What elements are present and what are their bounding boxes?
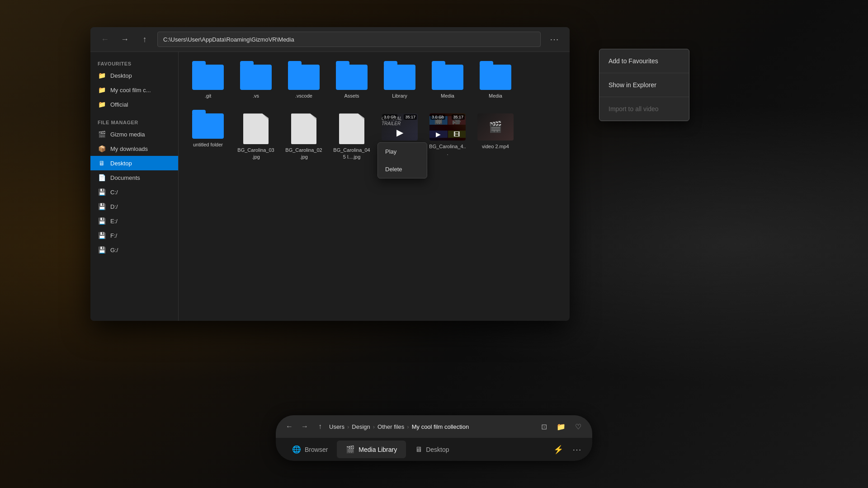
sidebar-label-documents: Documents — [110, 174, 140, 181]
browser-icon: 🌐 — [292, 445, 301, 454]
file-bgcarolina4-thumbnail: 🎬 🎥 ▶ 🎞 3.0 Gb 35:17 — [429, 113, 466, 141]
file-bg049-size: 3.0 Gb — [382, 114, 397, 120]
taskbar-more-button[interactable]: ⋯ — [569, 441, 585, 458]
desktop-tab-icon: 🖥 — [415, 446, 422, 454]
taskbar-tab-media-library[interactable]: 🎬 Media Library — [337, 441, 406, 458]
file-video2-label: video 2.mp4 — [482, 143, 509, 150]
sidebar-item-my-cool-film[interactable]: 📁 My cool film c... — [90, 83, 178, 97]
bc-folder-button[interactable]: 📁 — [554, 420, 568, 433]
sidebar-item-d-drive[interactable]: 💾 D:/ — [90, 199, 178, 214]
file-bg03-icon — [243, 113, 269, 144]
sidebar-label-desktop2: Desktop — [110, 160, 132, 167]
sidebar-label-d: D:/ — [110, 203, 118, 210]
folder-vscode[interactable]: .vscode — [283, 61, 324, 103]
taskbar-vr-button[interactable]: ⚡ — [552, 443, 565, 456]
sidebar-item-gizmo-media[interactable]: 🎬 Gizmo media — [90, 127, 178, 141]
file-bg045-icon — [339, 113, 364, 144]
sidebar-item-c-drive[interactable]: 💾 C:/ — [90, 185, 178, 199]
breadcrumb-path: Users › Design › Other files › My cool f… — [329, 423, 534, 430]
breadcrumb-design[interactable]: Design — [352, 423, 370, 430]
window-more-button[interactable]: ⋯ — [546, 31, 562, 47]
folder-icon-3: 📁 — [98, 101, 106, 108]
breadcrumb-sep-1: › — [347, 423, 349, 430]
top-context-show-explorer[interactable]: Show in Explorer — [599, 73, 689, 97]
downloads-icon: 📦 — [98, 145, 106, 152]
folder-icon-2: 📁 — [98, 86, 106, 94]
file-context-menu: Play Delete — [377, 142, 427, 178]
sidebar-item-e-drive[interactable]: 💾 E:/ — [90, 214, 178, 228]
breadcrumb-users[interactable]: Users — [329, 423, 344, 430]
sidebar-item-documents[interactable]: 📄 Documents — [90, 170, 178, 185]
breadcrumb-sep-3: › — [407, 423, 409, 430]
breadcrumb-other-files[interactable]: Other files — [377, 423, 404, 430]
taskbar-tabs: 🌐 Browser 🎬 Media Library 🖥 Desktop ⚡ ⋯ — [276, 438, 592, 461]
folder-icon: 📁 — [98, 72, 106, 79]
drive-icon-c: 💾 — [98, 188, 106, 196]
sidebar-label-g: G:/ — [110, 247, 118, 253]
folder-untitled[interactable]: untitled folder — [188, 110, 228, 164]
sidebar-item-f-drive[interactable]: 💾 F:/ — [90, 228, 178, 243]
folder-vscode-label: .vscode — [295, 93, 312, 99]
folder-git[interactable]: .git — [188, 61, 228, 103]
folder-media2-label: Media — [489, 93, 502, 99]
bc-heart-button[interactable]: ♡ — [571, 420, 585, 433]
sidebar-label-my-downloads: My downloads — [110, 145, 148, 152]
folder-library[interactable]: Library — [379, 61, 420, 103]
file-bg049-thumbnail: OFFICIAL TRAILER ▶ 3.0 Gb 35:17 — [382, 113, 418, 141]
bc-up-button[interactable]: ↑ — [314, 420, 326, 433]
media-library-icon: 🎬 — [346, 445, 355, 454]
file-video2[interactable]: 🎬 video 2.mp4 — [475, 110, 516, 164]
back-button[interactable]: ← — [98, 32, 112, 47]
file-video2-thumbnail: 🎬 — [477, 113, 514, 141]
file-bg02-label: BG_Carolina_02.jpg — [285, 147, 322, 160]
taskbar-tab-media-library-label: Media Library — [359, 446, 397, 453]
sidebar-item-desktop2[interactable]: 🖥 Desktop — [90, 156, 178, 170]
sidebar-item-my-downloads[interactable]: 📦 My downloads — [90, 141, 178, 156]
taskbar-right-actions: ⚡ ⋯ — [552, 441, 585, 458]
file-bg049-duration: 35:17 — [404, 114, 417, 120]
folder-assets-icon — [336, 65, 368, 90]
breadcrumb-sep-2: › — [373, 423, 375, 430]
sidebar-item-g-drive[interactable]: 💾 G:/ — [90, 243, 178, 257]
bc-actions: ⊡ 📁 ♡ — [537, 420, 585, 433]
folder-untitled-icon — [192, 113, 224, 139]
context-menu-delete[interactable]: Delete — [378, 160, 427, 178]
file-grid: .git .vs .vscode Assets Library Media — [179, 52, 570, 321]
file-bg03[interactable]: BG_Carolina_03.jpg — [236, 110, 276, 164]
up-button[interactable]: ↑ — [137, 32, 152, 47]
sidebar-item-official[interactable]: 📁 Official — [90, 97, 178, 112]
taskbar-tab-desktop[interactable]: 🖥 Desktop — [406, 441, 458, 458]
bc-forward-button[interactable]: → — [298, 420, 311, 433]
folder-media[interactable]: Media — [427, 61, 468, 103]
file-manager-window: ← → ↑ C:\Users\User\AppData\Roaming\Gizm… — [90, 27, 570, 321]
file-bg045[interactable]: BG_Carolina_045 l....jpg — [331, 110, 372, 164]
main-content: FAVOURITES 📁 Desktop 📁 My cool film c...… — [90, 52, 570, 321]
file-bg02[interactable]: BG_Carolina_02.jpg — [283, 110, 324, 164]
top-context-add-favourites[interactable]: Add to Favourites — [599, 49, 689, 73]
sidebar-label-c: C:/ — [110, 189, 118, 196]
file-manager-section-title: FILE MANAGER — [90, 116, 178, 127]
folder-git-label: .git — [205, 93, 212, 99]
sidebar-label-my-cool-film: My cool film c... — [110, 87, 151, 94]
taskbar-tab-browser-label: Browser — [305, 446, 328, 453]
folder-vs[interactable]: .vs — [236, 61, 276, 103]
file-bgcarolina4-size: 3.0 Gb — [430, 114, 445, 120]
context-menu-play[interactable]: Play — [378, 143, 427, 160]
file-bgcarolina4[interactable]: 🎬 🎥 ▶ 🎞 3.0 Gb 35:17 BG_Carolina_4... — [427, 110, 468, 164]
folder-vscode-icon — [288, 65, 320, 90]
forward-button[interactable]: → — [118, 32, 132, 47]
file-bg02-icon — [291, 113, 316, 144]
folder-media-label: Media — [441, 93, 454, 99]
breadcrumb-my-cool-film[interactable]: My cool film collection — [412, 423, 469, 430]
desktop-icon: 🖥 — [98, 160, 106, 167]
bc-resize-button[interactable]: ⊡ — [537, 420, 551, 433]
folder-media2[interactable]: Media — [475, 61, 516, 103]
taskbar: ← → ↑ Users › Design › Other files › My … — [276, 415, 592, 461]
sidebar: FAVOURITES 📁 Desktop 📁 My cool film c...… — [90, 52, 179, 321]
address-bar[interactable]: C:\Users\User\AppData\Roaming\GizmoVR\Me… — [157, 32, 541, 47]
sidebar-item-desktop[interactable]: 📁 Desktop — [90, 68, 178, 83]
bc-back-button[interactable]: ← — [283, 420, 296, 433]
taskbar-tab-browser[interactable]: 🌐 Browser — [283, 441, 337, 458]
folder-assets[interactable]: Assets — [331, 61, 372, 103]
sidebar-label-official: Official — [110, 101, 128, 108]
